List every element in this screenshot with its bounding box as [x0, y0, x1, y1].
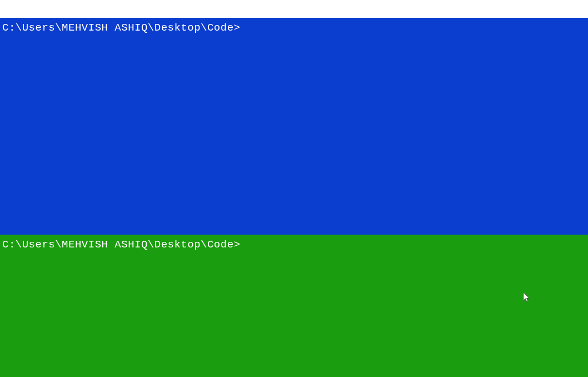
prompt-top[interactable]: C:\Users\MEHVISH ASHIQ\Desktop\Code>	[2, 21, 586, 35]
terminal-pane-top[interactable]: C:\Users\MEHVISH ASHIQ\Desktop\Code>	[0, 18, 588, 235]
terminal-pane-bottom[interactable]: C:\Users\MEHVISH ASHIQ\Desktop\Code>	[0, 235, 588, 377]
mouse-cursor-icon	[524, 292, 530, 302]
title-bar	[0, 0, 588, 18]
prompt-bottom[interactable]: C:\Users\MEHVISH ASHIQ\Desktop\Code>	[2, 238, 586, 252]
